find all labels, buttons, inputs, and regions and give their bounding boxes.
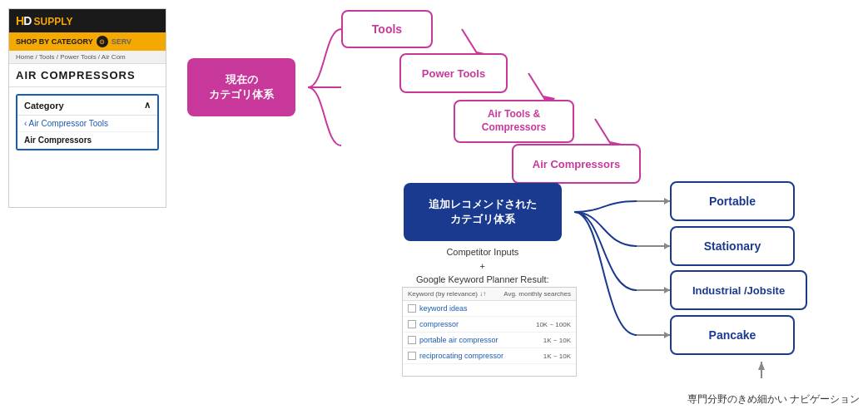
keyword-text-3: reciprocating compressor [419, 352, 540, 360]
mockup-breadcrumb: Home / Tools / Power Tools / Air Com [9, 51, 166, 64]
competitor-info: Competitor Inputs + Google Keyword Plann… [416, 245, 549, 287]
node-portable: Portable [670, 181, 795, 221]
google-label: Google Keyword Planner Result: [416, 274, 549, 284]
svg-marker-13 [664, 332, 670, 338]
mockup-category-header: Category [17, 96, 157, 116]
keyword-text-2: portable air compressor [419, 336, 540, 344]
keyword-text-0: keyword ideas [419, 304, 568, 313]
svg-marker-15 [758, 362, 765, 370]
keyword-checkbox-0[interactable] [408, 304, 416, 313]
keyword-col2: Avg. monthly searches [503, 290, 571, 298]
keyword-checkbox-2[interactable] [408, 336, 416, 344]
keyword-checkbox-1[interactable] [408, 320, 416, 328]
keyword-col1: Keyword (by relevance) ↓↑ [408, 290, 486, 298]
svg-marker-7 [664, 198, 670, 205]
mockup-category-box: Category Air Compressor Tools Air Compre… [16, 94, 159, 150]
mockup-category-item[interactable]: Air Compressor Tools [17, 116, 157, 132]
keyword-table: Keyword (by relevance) ↓↑ Avg. monthly s… [402, 287, 577, 377]
svg-marker-9 [664, 243, 670, 249]
mockup-header: HD SUPPLY [9, 9, 166, 32]
competitor-label: Competitor Inputs [446, 247, 518, 257]
keyword-row-2: portable air compressor 1K ~ 10K [403, 333, 576, 348]
mockup-category-item-active[interactable]: Air Compressors [17, 132, 157, 149]
keyword-text-1: compressor [419, 320, 533, 328]
chevron-left-icon [24, 119, 27, 128]
keyword-row-1: compressor 10K ~ 100K [403, 317, 576, 333]
keyword-checkbox-3[interactable] [408, 352, 416, 360]
chevron-up-icon [144, 100, 151, 111]
current-category-label: 現在のカテゴリ体系 [209, 72, 274, 102]
node-industrial: Industrial /Jobsite [670, 270, 807, 310]
keyword-vol-3: 1K ~ 10K [543, 352, 571, 360]
bottom-note: 専門分野のきめ細かい ナビゲーション [687, 392, 860, 407]
diagram-area: 現在のカテゴリ体系 Tools Power Tools Air Tools &C… [179, 0, 868, 419]
serv-label: SERV [112, 37, 131, 46]
node-stationary: Stationary [670, 226, 795, 266]
nav-circle-icon: ⊙ [97, 36, 108, 47]
recommended-category-label: 追加レコメンドされたカテゴリ体系 [429, 197, 537, 227]
shop-by-category-label: SHOP BY CATEGORY [16, 37, 93, 46]
node-air-compressors: Air Compressors [512, 144, 641, 184]
node-air-tools: Air Tools &Compressors [454, 100, 574, 143]
mockup-nav-bar: SHOP BY CATEGORY ⊙ SERV [9, 32, 166, 51]
keyword-vol-1: 10K ~ 100K [536, 321, 571, 328]
svg-marker-11 [664, 287, 670, 293]
hd-logo: HD SUPPLY [16, 14, 73, 27]
hd-supply-mockup: HD SUPPLY SHOP BY CATEGORY ⊙ SERV Home /… [8, 8, 166, 208]
bottom-note-text: 専門分野のきめ細かい ナビゲーション [687, 393, 860, 405]
recommended-category-box: 追加レコメンドされたカテゴリ体系 [404, 183, 562, 241]
node-power-tools: Power Tools [399, 53, 508, 93]
keyword-table-header: Keyword (by relevance) ↓↑ Avg. monthly s… [403, 288, 576, 301]
keyword-row-0: keyword ideas [403, 301, 576, 317]
plus-label: + [480, 261, 485, 271]
node-tools: Tools [341, 10, 433, 48]
keyword-row-3: reciprocating compressor 1K ~ 10K [403, 348, 576, 364]
keyword-vol-2: 1K ~ 10K [543, 337, 571, 344]
node-pancake: Pancake [670, 315, 795, 355]
mockup-page-title: AIR COMPRESSORS [9, 64, 166, 87]
current-category-box: 現在のカテゴリ体系 [187, 58, 295, 116]
